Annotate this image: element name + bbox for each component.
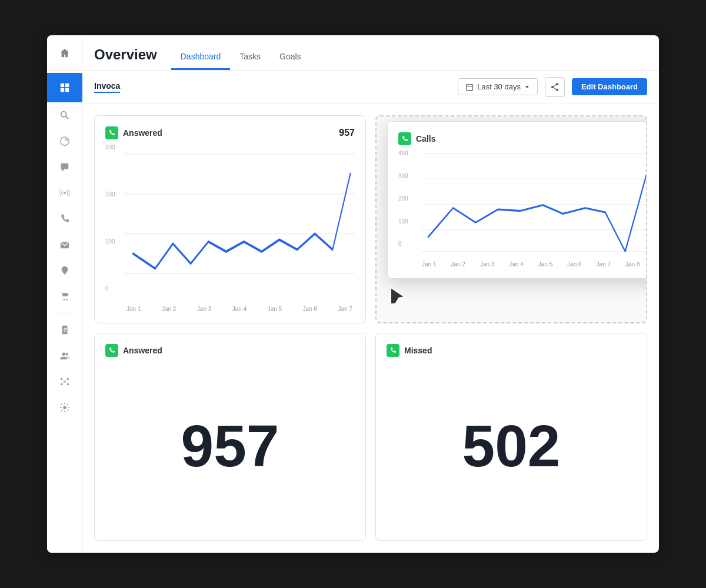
calls-y-300: 300 <box>398 173 408 179</box>
answered-big-card: Answered 957 <box>94 333 366 541</box>
sidebar-signal-icon[interactable] <box>47 180 82 206</box>
answered-title-group: Answered <box>105 126 162 139</box>
sidebar-integrations-icon[interactable] <box>47 369 82 395</box>
svg-point-32 <box>556 83 558 85</box>
sidebar-divider <box>56 313 74 313</box>
calls-y-200: 200 <box>398 195 408 202</box>
svg-rect-1 <box>65 83 68 87</box>
x-jan7: Jan 7 <box>338 306 352 312</box>
svg-marker-46 <box>391 288 405 304</box>
x-jan5: Jan 5 <box>268 306 282 312</box>
sidebar-cart-icon[interactable] <box>47 283 82 309</box>
missed-big-header: Missed <box>387 344 636 357</box>
answered-big-header: Answered <box>105 344 355 357</box>
x-jan1: Jan 1 <box>126 306 141 312</box>
missed-big-phone-icon <box>387 344 399 357</box>
missed-big-card: Missed 502 <box>375 333 647 541</box>
svg-line-35 <box>554 85 557 86</box>
y-label-100: 100 <box>105 238 115 245</box>
chevron-down-icon <box>524 84 530 90</box>
tab-goals[interactable]: Goals <box>270 52 311 70</box>
calls-chart-title: Calls <box>416 134 435 143</box>
calls-x-jan4: Jan 4 <box>509 261 523 268</box>
calls-x-jan1: Jan 1 <box>422 261 436 268</box>
svg-point-27 <box>63 406 66 409</box>
cursor-arrow <box>388 285 409 306</box>
top-right-placeholder: Calls 1,459 400 300 200 100 0 <box>375 115 647 323</box>
sidebar <box>47 35 82 553</box>
calls-chart-card: Calls 1,459 400 300 200 100 0 <box>387 121 647 279</box>
drag-arrow-icon <box>388 285 409 310</box>
answered-chart-card: Answered 957 300 200 100 0 <box>94 115 366 323</box>
svg-point-4 <box>61 112 66 117</box>
answered-big-phone-icon <box>105 344 118 357</box>
sidebar-document-icon[interactable] <box>47 317 82 343</box>
sidebar-dashboard-icon[interactable] <box>47 73 82 102</box>
x-jan3: Jan 3 <box>197 306 211 312</box>
calls-x-jan5: Jan 5 <box>538 261 552 268</box>
dashboard-grid: Answered 957 300 200 100 0 <box>82 103 659 553</box>
sidebar-settings-icon[interactable] <box>47 395 82 420</box>
svg-point-10 <box>63 299 65 300</box>
app-container: Overview Dashboard Tasks Goals Invoca La… <box>47 35 659 553</box>
top-nav: Overview Dashboard Tasks Goals <box>82 35 659 71</box>
calls-x-jan8: Jan 8 <box>625 261 640 268</box>
missed-big-value: 502 <box>387 362 636 530</box>
calls-chart-value: 1,459 <box>647 133 647 144</box>
sidebar-chat-icon[interactable] <box>47 154 82 180</box>
date-picker-button[interactable]: Last 30 days <box>458 78 538 95</box>
share-button[interactable] <box>545 77 565 97</box>
svg-line-25 <box>61 382 64 385</box>
sidebar-home-icon[interactable] <box>47 35 82 71</box>
edit-dashboard-button[interactable]: Edit Dashboard <box>572 78 647 95</box>
calls-phone-icon <box>398 132 411 145</box>
calls-x-jan3: Jan 3 <box>480 261 494 268</box>
tab-tasks[interactable]: Tasks <box>230 52 270 70</box>
answered-big-title: Answered <box>123 346 162 355</box>
svg-point-34 <box>551 86 554 88</box>
svg-rect-3 <box>65 88 68 92</box>
svg-rect-28 <box>467 84 473 90</box>
svg-line-23 <box>61 379 64 382</box>
calls-y-100: 100 <box>398 218 408 225</box>
page-title: Overview <box>94 46 157 70</box>
y-label-0: 0 <box>105 285 115 292</box>
svg-line-24 <box>65 379 68 382</box>
sidebar-location-icon[interactable] <box>47 258 82 283</box>
x-jan2: Jan 2 <box>162 306 176 312</box>
calendar-icon <box>465 83 474 91</box>
sidebar-mail-icon[interactable] <box>47 232 82 258</box>
svg-point-16 <box>62 353 65 356</box>
x-labels-calls: Jan 1 Jan 2 Jan 3 Jan 4 Jan 5 Jan 6 Jan … <box>421 261 647 268</box>
svg-line-5 <box>65 116 68 119</box>
share-icon <box>550 82 560 92</box>
missed-big-title: Missed <box>404 346 432 355</box>
main-content: Overview Dashboard Tasks Goals Invoca La… <box>82 35 659 553</box>
svg-rect-0 <box>60 83 64 87</box>
calls-y-400: 400 <box>398 150 408 156</box>
answered-phone-icon <box>105 126 118 139</box>
calls-title-group: Calls <box>398 132 435 145</box>
svg-rect-2 <box>60 88 64 92</box>
calls-x-jan7: Jan 7 <box>597 261 611 268</box>
svg-point-17 <box>65 353 68 356</box>
calls-y-0: 0 <box>398 240 408 247</box>
answered-chart-title: Answered <box>123 128 162 138</box>
missed-big-title-group: Missed <box>387 344 432 357</box>
sidebar-chart-icon[interactable] <box>47 128 82 154</box>
tab-dashboard[interactable]: Dashboard <box>171 52 231 70</box>
x-labels-answered: Jan 1 Jan 2 Jan 3 Jan 4 Jan 5 Jan 6 Jan … <box>124 306 355 312</box>
calls-chart-svg <box>421 150 647 259</box>
svg-line-26 <box>65 382 68 385</box>
x-jan4: Jan 4 <box>232 306 247 312</box>
sidebar-users-icon[interactable] <box>47 343 82 369</box>
sidebar-phone-icon[interactable] <box>47 206 82 232</box>
x-jan6: Jan 6 <box>303 306 317 312</box>
date-range-label: Last 30 days <box>477 82 521 91</box>
y-label-300: 300 <box>105 144 115 151</box>
answered-big-value: 957 <box>105 362 355 530</box>
sidebar-search-icon[interactable] <box>47 102 82 128</box>
answered-chart-svg <box>124 144 355 303</box>
y-label-200: 200 <box>105 191 115 198</box>
svg-line-36 <box>554 87 557 89</box>
